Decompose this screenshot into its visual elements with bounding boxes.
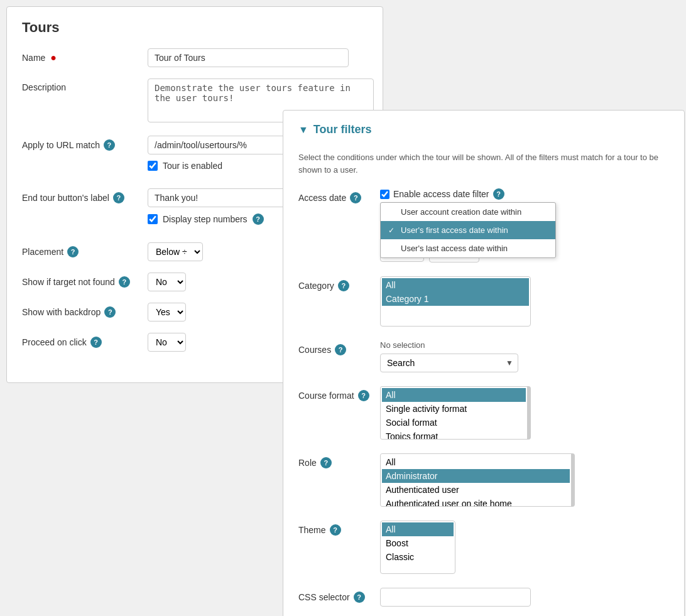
role-help-icon[interactable]: ?	[320, 457, 332, 468]
show-if-not-found-select[interactable]: NoYes	[148, 273, 186, 291]
access-date-control: Enable access date filter ? User account…	[380, 188, 669, 262]
access-date-dropdown: User account creation date within ✓ User…	[380, 202, 556, 258]
name-input[interactable]	[148, 48, 349, 67]
css-selector-control	[380, 588, 669, 607]
tour-enabled-checkbox[interactable]	[148, 161, 158, 171]
proceed-on-click-help-icon[interactable]: ?	[90, 337, 102, 348]
dropdown-item-account-creation[interactable]: User account creation date within	[381, 203, 555, 221]
course-format-help-icon[interactable]: ?	[358, 390, 369, 401]
tour-enabled-label: Tour is enabled	[163, 161, 222, 171]
show-if-not-found-help-icon[interactable]: ?	[119, 276, 130, 288]
url-match-label: Apply to URL match ?	[22, 136, 148, 151]
category-select[interactable]: All Category 1	[380, 276, 531, 327]
description-label: Description	[22, 78, 148, 92]
show-with-backdrop-select[interactable]: YesNo	[148, 303, 186, 322]
courses-help-icon[interactable]: ?	[335, 344, 346, 355]
access-date-help-icon[interactable]: ?	[350, 192, 361, 203]
show-if-not-found-label: Show if target not found ?	[22, 273, 148, 288]
course-format-row: Course format ? All Single activity form…	[298, 386, 669, 440]
name-label: Name ●	[22, 48, 148, 63]
section-description: Select the conditions under which the to…	[298, 151, 669, 176]
dropdown-item-first-access[interactable]: ✓ User's first access date within	[381, 221, 555, 239]
theme-help-icon[interactable]: ?	[330, 524, 341, 536]
access-date-filter-help-icon[interactable]: ?	[493, 188, 504, 200]
theme-select[interactable]: All Boost Classic	[380, 521, 455, 574]
courses-no-selection: No selection	[380, 340, 669, 350]
access-date-checkbox-label: Enable access date filter	[393, 189, 489, 199]
category-help-icon[interactable]: ?	[338, 280, 349, 291]
role-select[interactable]: All Administrator Authenticated user Aut…	[380, 453, 575, 507]
access-date-checkbox[interactable]	[380, 190, 389, 199]
display-step-numbers-label: Display step numbers	[163, 214, 248, 224]
role-control: All Administrator Authenticated user Aut…	[380, 453, 669, 507]
courses-label: Courses ?	[298, 340, 380, 355]
placement-label: Placement ?	[22, 242, 148, 257]
right-panel: ▼ Tour filters Select the conditions und…	[283, 110, 685, 616]
css-selector-label: CSS selector ?	[298, 588, 380, 603]
placement-select[interactable]: Below ÷AboveLeftRight	[148, 242, 203, 261]
section-title: Tour filters	[313, 123, 372, 136]
collapse-icon[interactable]: ▼	[298, 124, 308, 136]
courses-control: No selection Search ▼	[380, 340, 669, 372]
role-row: Role ? All Administrator Authenticated u…	[298, 453, 669, 507]
access-date-label: Access date ?	[298, 188, 380, 203]
name-row: Name ●	[22, 48, 368, 67]
theme-control: All Boost Classic	[380, 521, 669, 574]
course-format-select[interactable]: All Single activity format Social format…	[380, 386, 531, 440]
category-control: All Category 1	[380, 276, 669, 327]
name-control	[148, 48, 368, 67]
theme-row: Theme ? All Boost Classic	[298, 521, 669, 574]
check-mark-empty-2	[388, 244, 397, 253]
courses-search-select[interactable]: Search	[380, 354, 518, 372]
course-format-label: Course format ?	[298, 386, 380, 401]
url-match-help-icon[interactable]: ?	[104, 139, 115, 151]
end-tour-label-label: End tour button's label ?	[22, 188, 148, 203]
courses-row: Courses ? No selection Search ▼	[298, 340, 669, 372]
courses-search-wrap: Search ▼	[380, 354, 518, 372]
check-mark-empty	[388, 208, 397, 217]
access-date-row: Access date ? Enable access date filter …	[298, 188, 669, 262]
end-tour-help-icon[interactable]: ?	[113, 192, 124, 203]
access-date-header: Enable access date filter ?	[380, 188, 669, 200]
display-step-numbers-help-icon[interactable]: ?	[253, 213, 264, 225]
css-selector-help-icon[interactable]: ?	[354, 592, 365, 603]
check-mark-selected: ✓	[388, 226, 397, 235]
proceed-on-click-select[interactable]: NoYes	[148, 333, 186, 352]
page-title: Tours	[22, 19, 368, 36]
placement-help-icon[interactable]: ?	[67, 246, 79, 257]
proceed-on-click-label: Proceed on click ?	[22, 333, 148, 348]
css-selector-row: CSS selector ?	[298, 588, 669, 607]
required-icon: ●	[50, 52, 57, 63]
theme-label: Theme ?	[298, 521, 380, 536]
category-row: Category ? All Category 1	[298, 276, 669, 327]
dropdown-item-last-access[interactable]: User's last access date within	[381, 239, 555, 257]
course-format-control: All Single activity format Social format…	[380, 386, 669, 440]
css-selector-input[interactable]	[380, 588, 531, 607]
display-step-numbers-checkbox[interactable]	[148, 214, 158, 224]
section-header: ▼ Tour filters	[298, 123, 669, 141]
show-with-backdrop-help-icon[interactable]: ?	[104, 306, 116, 318]
show-with-backdrop-label: Show with backdrop ?	[22, 303, 148, 318]
category-label: Category ?	[298, 276, 380, 291]
role-label: Role ?	[298, 453, 380, 468]
